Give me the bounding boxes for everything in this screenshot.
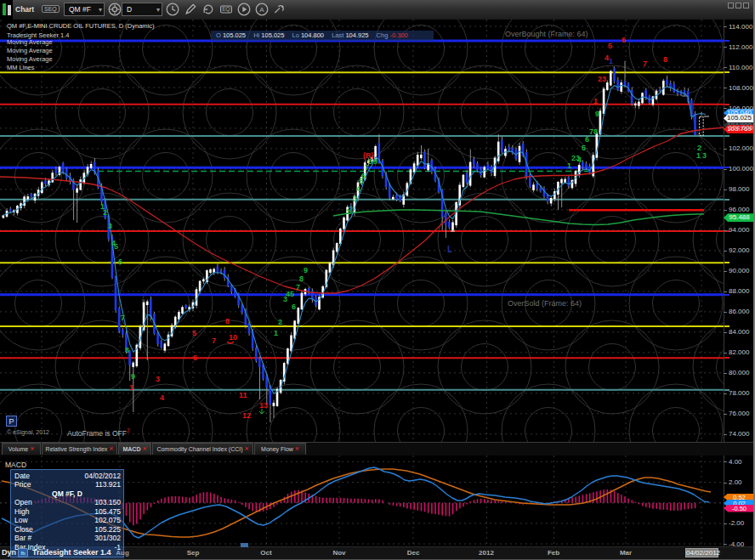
svg-text:6: 6 [193,354,197,362]
svg-text:7: 7 [643,59,647,68]
svg-text:1: 1 [593,97,598,105]
svg-text:45: 45 [286,290,294,298]
svg-text:8: 8 [299,274,304,283]
svg-text:11: 11 [239,391,247,399]
svg-text:5: 5 [114,242,118,251]
svg-text:OverBought (Frame: 64): OverBought (Frame: 64) [505,30,588,38]
svg-text:23: 23 [598,75,606,83]
svg-text:4: 4 [160,393,164,402]
svg-text:3: 3 [108,222,112,230]
svg-text:8: 8 [125,346,129,354]
svg-text:78: 78 [589,127,598,136]
svg-text:A: A [259,6,264,14]
svg-text:9: 9 [304,266,308,274]
svg-text:8: 8 [225,317,230,325]
svg-text:6: 6 [361,172,366,180]
svg-text:1: 1 [274,329,278,337]
svg-text:13: 13 [259,401,268,410]
svg-text:(R): (R) [363,151,374,160]
svg-text:2: 2 [349,205,353,213]
svg-text:6: 6 [585,135,589,144]
svg-text:5: 5 [192,329,196,337]
svg-text:2: 2 [697,144,701,152]
svg-text:3: 3 [156,375,160,383]
svg-text:3: 3 [702,151,707,160]
svg-text:1: 1 [129,383,133,392]
svg-text:7: 7 [212,337,216,345]
svg-text:EQ: EQ [222,6,230,13]
svg-text:2: 2 [103,208,107,217]
svg-text:1: 1 [696,151,701,160]
svg-text:6: 6 [622,36,626,44]
svg-text:4: 4 [577,156,582,164]
svg-text:8: 8 [663,55,667,64]
svg-text:OverSold (Frame: 64): OverSold (Frame: 64) [508,299,582,308]
svg-text:6: 6 [292,303,296,311]
svg-text:12: 12 [242,411,251,420]
svg-text:L: L [447,245,452,254]
svg-text:4: 4 [356,184,360,193]
svg-text:9: 9 [595,110,599,118]
svg-text:2: 2 [278,318,282,326]
svg-text:6: 6 [118,257,122,266]
svg-text:1: 1 [609,57,613,65]
svg-text:7: 7 [296,283,300,291]
svg-text:5: 5 [582,144,586,152]
svg-text:5: 5 [608,42,612,50]
svg-text:1: 1 [567,161,571,170]
svg-text:9: 9 [373,157,378,166]
svg-text:7: 7 [121,314,125,322]
svg-text:9: 9 [131,372,135,381]
svg-text:3: 3 [353,195,357,203]
svg-text:10: 10 [229,333,237,342]
